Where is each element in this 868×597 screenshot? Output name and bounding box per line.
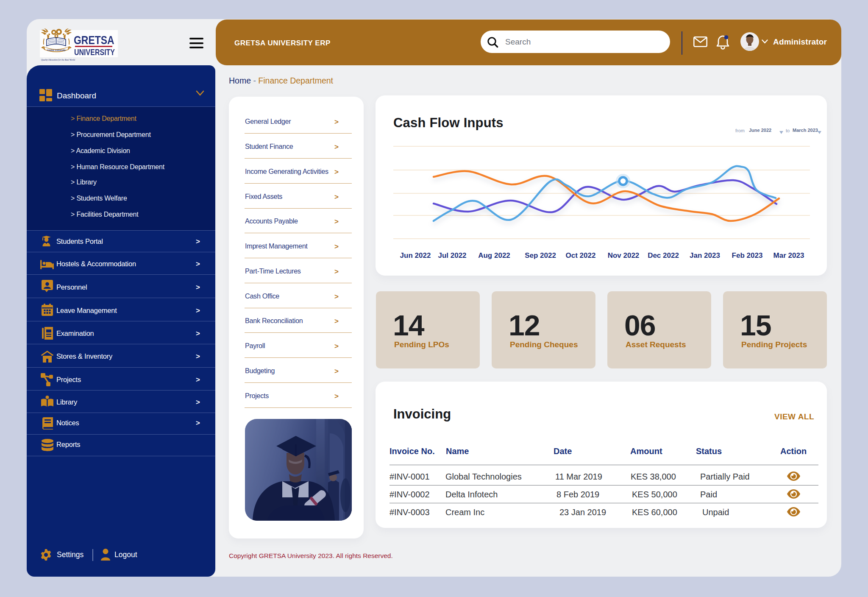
- svg-text:Gretsa University: Gretsa University: [47, 49, 66, 51]
